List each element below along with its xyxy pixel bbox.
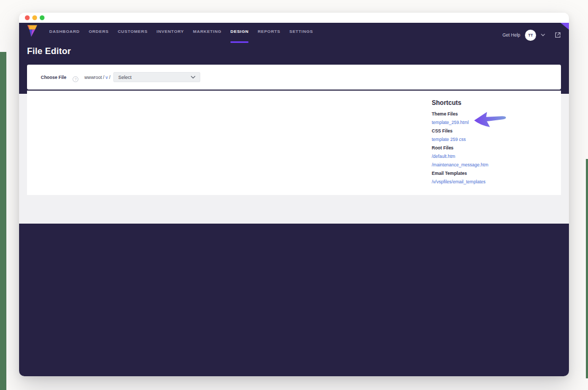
nav-item-orders[interactable]: ORDERS — [88, 23, 109, 38]
nav-item-design-label: DESIGN — [230, 29, 248, 34]
nav-item-settings[interactable]: SETTINGS — [289, 23, 313, 38]
help-icon[interactable]: ? — [73, 76, 78, 82]
shortcut-link-template-html[interactable]: template_259.html — [432, 118, 551, 127]
window-titlebar — [19, 13, 569, 23]
shortcuts-panel: Shortcuts Theme Files template_259.html … — [432, 99, 551, 186]
content-panel: Shortcuts Theme Files template_259.html … — [27, 91, 561, 195]
page-background-edge — [0, 52, 6, 390]
user-avatar[interactable]: TT — [525, 30, 536, 41]
page-title: File Editor — [27, 46, 71, 56]
file-select-dropdown[interactable]: Select — [113, 72, 200, 82]
shortcut-link-email-templates[interactable]: /v/vspfiles/email_templates — [432, 178, 551, 186]
app-window: DASHBOARD ORDERS CUSTOMERS INVENTORY MAR… — [19, 13, 569, 376]
header-right-cluster: Get Help TT — [502, 23, 562, 47]
shortcut-link-template-css[interactable]: template 259 css — [432, 135, 551, 144]
corner-accent-decoration — [560, 23, 569, 30]
nav-item-inventory[interactable]: INVENTORY — [157, 23, 184, 38]
choose-file-bar: Choose File ? wwwroot / v / Select — [27, 65, 561, 90]
select-chevron-down-icon — [191, 76, 195, 79]
primary-nav: DASHBOARD ORDERS CUSTOMERS INVENTORY MAR… — [49, 23, 313, 39]
nav-item-marketing[interactable]: MARKETING — [193, 23, 221, 38]
nav-item-customers[interactable]: CUSTOMERS — [118, 23, 147, 38]
external-link-icon[interactable] — [554, 31, 562, 39]
nav-item-design[interactable]: DESIGN — [230, 23, 248, 38]
shortcut-group-css-files: CSS Files — [432, 127, 551, 135]
shortcut-link-default-htm[interactable]: /default.htm — [432, 152, 551, 161]
shortcut-group-email-templates: Email Templates — [432, 169, 551, 178]
zoom-window-button[interactable] — [40, 15, 44, 20]
get-help-link[interactable]: Get Help — [502, 32, 520, 38]
shortcut-group-root-files: Root Files — [432, 144, 551, 152]
nav-item-reports[interactable]: REPORTS — [257, 23, 280, 38]
nav-item-dashboard[interactable]: DASHBOARD — [49, 23, 79, 38]
breadcrumb-separator: / — [108, 75, 111, 80]
choose-file-label: Choose File — [41, 75, 66, 80]
breadcrumb-root: wwwroot / — [84, 75, 105, 80]
footer-section — [19, 224, 569, 376]
active-tab-underline — [230, 41, 248, 43]
chevron-down-icon[interactable] — [541, 33, 545, 37]
shortcuts-title: Shortcuts — [432, 99, 551, 107]
volusion-logo-icon[interactable] — [26, 24, 38, 38]
page-background-edge — [586, 159, 588, 378]
shortcut-link-maintenance-htm[interactable]: /maintenance_message.htm — [432, 161, 551, 169]
minimize-window-button[interactable] — [32, 15, 37, 20]
close-window-button[interactable] — [25, 15, 30, 20]
file-select-value: Select — [118, 75, 131, 80]
breadcrumb: wwwroot / v / — [84, 75, 110, 80]
shortcut-group-theme-files: Theme Files — [432, 110, 551, 118]
